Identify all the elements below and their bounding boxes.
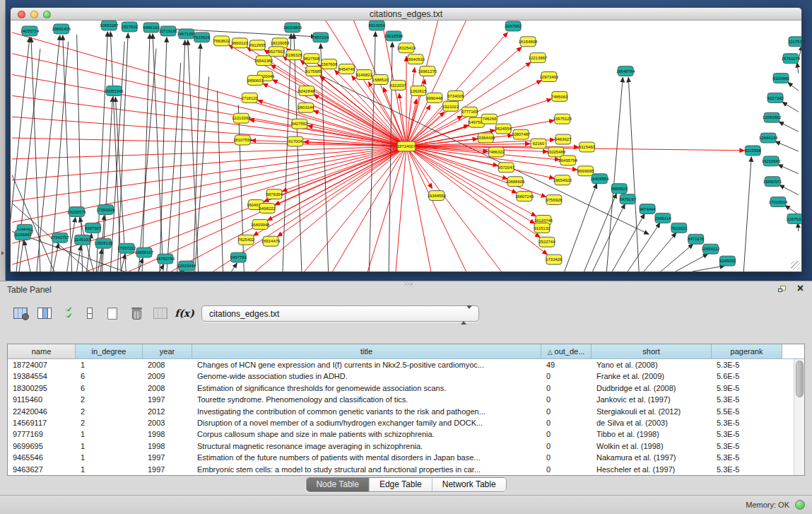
cell-pagerank[interactable]: 5.5E-5	[712, 406, 782, 417]
graph-node[interactable]: 9463627	[555, 134, 572, 144]
cell-short[interactable]: de Silva et al. (2003)	[592, 417, 712, 428]
column-header-pagerank[interactable]: pagerank	[712, 344, 782, 359]
graph-node[interactable]: 20206576	[67, 207, 86, 217]
graph-node[interactable]: 9115132	[534, 223, 551, 233]
table-row[interactable]: 946362711997Embryonic stem cells: a mode…	[8, 464, 794, 475]
graph-node[interactable]: 12213393	[232, 113, 251, 123]
cell-year[interactable]: 2003	[143, 417, 192, 428]
graph-node[interactable]: 16961270	[418, 66, 437, 76]
graph-node[interactable]: 9527503	[268, 47, 285, 57]
cell-indegree[interactable]: 1	[76, 359, 143, 370]
cell-title[interactable]: Investigating the contribution of common…	[192, 406, 541, 417]
function-builder-icon[interactable]: f(x)	[175, 304, 194, 322]
cell-outde[interactable]: 0	[541, 452, 592, 463]
cell-outde[interactable]: 0	[541, 464, 592, 475]
show-columns-icon[interactable]	[35, 304, 54, 322]
cell-name[interactable]: 9465546	[8, 452, 76, 463]
table-row[interactable]: 946554611997Estimation of the future num…	[8, 452, 794, 463]
table-mode-icon[interactable]	[11, 304, 30, 322]
column-header-indegree[interactable]: in_degree	[76, 344, 143, 359]
cell-name[interactable]: 18300295	[8, 382, 76, 394]
graph-node[interactable]: 9474444	[639, 204, 656, 214]
cell-year[interactable]: 1998	[143, 440, 192, 452]
graph-node[interactable]: 26495794	[558, 156, 577, 165]
graph-node[interactable]: 2367608	[321, 59, 338, 69]
graph-node[interactable]: 9397587	[85, 223, 102, 233]
graph-node[interactable]: 16543382	[254, 56, 273, 66]
graph-node[interactable]: 9457791	[230, 252, 247, 262]
graph-node[interactable]: 9890651	[247, 76, 264, 86]
table-row[interactable]: 977716911998Corpus callosum shape and si…	[8, 428, 794, 440]
graph-node[interactable]: 16914479	[261, 236, 281, 246]
graph-node[interactable]: 16958107	[135, 247, 154, 257]
cell-short[interactable]: Franke et al. (2009)	[592, 370, 712, 382]
graph-node[interactable]: 2522744	[539, 237, 555, 247]
graph-node[interactable]: 8427552	[291, 119, 308, 129]
select-columns-icon[interactable]: ✓✓	[59, 304, 78, 322]
cell-pagerank[interactable]: 5.3E-5	[712, 464, 782, 475]
graph-node[interactable]: 1362615	[410, 86, 427, 95]
cell-pagerank[interactable]: 5.6E-5	[712, 370, 782, 382]
cell-indegree[interactable]: 2	[76, 394, 143, 405]
vertical-scrollbar[interactable]	[794, 359, 804, 475]
graph-node[interactable]: 917004	[288, 136, 303, 146]
table-row[interactable]: 969969511998Structural magnetic resonanc…	[8, 440, 794, 452]
cell-name[interactable]: 9115460	[8, 394, 76, 405]
graph-node[interactable]: 20364436	[476, 133, 495, 143]
cell-indegree[interactable]: 1	[76, 428, 143, 440]
graph-node[interactable]: 7486322	[488, 147, 505, 157]
cell-pagerank[interactable]: 5.3E-5	[712, 417, 782, 428]
graph-node[interactable]: 2803144	[298, 103, 314, 112]
graph-node[interactable]: 9660123	[232, 38, 249, 48]
graph-node[interactable]: 10719195	[159, 26, 178, 36]
graph-node[interactable]: 9175685	[305, 66, 322, 76]
graph-node[interactable]: 8958923	[611, 184, 628, 194]
graph-node[interactable]: 1733426	[546, 255, 563, 264]
cell-outde[interactable]: 0	[541, 394, 592, 405]
graph-node[interactable]: 16782759	[156, 254, 175, 264]
graph-node[interactable]: 1167533	[787, 214, 801, 223]
column-header-year[interactable]: year	[143, 344, 192, 359]
column-header-outde[interactable]: △out_de...	[541, 344, 592, 359]
citation-network-graph[interactable]: 1872400796601238912955182260589527503818…	[11, 21, 801, 271]
tab-network-table[interactable]: Network Table	[433, 478, 506, 491]
graph-node[interactable]: 16640910	[406, 54, 425, 64]
cell-indegree[interactable]: 1	[76, 452, 143, 463]
graph-node[interactable]: 16154808	[519, 37, 538, 47]
graph-node[interactable]: 10973493	[540, 72, 559, 82]
cell-title[interactable]: Corpus callosum shape and size in male p…	[192, 428, 541, 440]
cell-title[interactable]: Estimation of the future numbers of pati…	[192, 452, 541, 463]
graph-node[interactable]: 8186328	[286, 50, 302, 60]
graph-node[interactable]: 7632621	[671, 223, 688, 233]
graph-node[interactable]: 1117534	[789, 37, 801, 47]
cell-short[interactable]: Stergiakouli et al. (2012)	[592, 406, 712, 417]
graph-node[interactable]: 9777169	[461, 107, 478, 117]
cell-year[interactable]: 1997	[143, 394, 192, 405]
cell-pagerank[interactable]: 5.3E-5	[712, 440, 782, 452]
graph-node[interactable]: 10654112	[702, 244, 721, 254]
graph-node[interactable]: 6466163	[143, 23, 160, 33]
cell-indegree[interactable]: 1	[76, 464, 143, 475]
cell-outde[interactable]: 0	[541, 428, 592, 440]
cell-title[interactable]: Estimation of significance thresholds fo…	[192, 382, 541, 394]
graph-node[interactable]: 8471676	[688, 234, 705, 244]
graph-node[interactable]: 14055724	[20, 26, 40, 36]
cell-name[interactable]: 9699695	[8, 440, 76, 452]
cell-name[interactable]: 9463627	[8, 464, 76, 475]
cell-pagerank[interactable]: 5.3E-5	[712, 394, 782, 405]
graph-node[interactable]: 7615526	[194, 33, 211, 42]
graph-node[interactable]: 3624554	[495, 124, 512, 134]
graph-node[interactable]: 10807487	[512, 129, 531, 139]
graph-node[interactable]: 12093582	[763, 112, 782, 122]
graph-node[interactable]: 18807249	[515, 192, 534, 201]
column-header-short[interactable]: short	[592, 344, 712, 359]
graph-node[interactable]: 8215958	[745, 146, 762, 156]
graph-node[interactable]: 2718120	[242, 93, 259, 103]
cell-short[interactable]: Wolkin et al. (1998)	[592, 440, 712, 452]
cell-title[interactable]: Tourette syndrome. Phenomenology and cla…	[192, 394, 541, 405]
graph-node[interactable]: 1145193	[74, 235, 90, 245]
cell-pagerank[interactable]: 5.9E-5	[712, 382, 782, 394]
cell-pagerank[interactable]: 5.3E-5	[712, 452, 782, 463]
graph-node[interactable]: 9329966	[772, 74, 789, 83]
cell-title[interactable]: Disruption of a novel member of a sodium…	[192, 417, 541, 428]
